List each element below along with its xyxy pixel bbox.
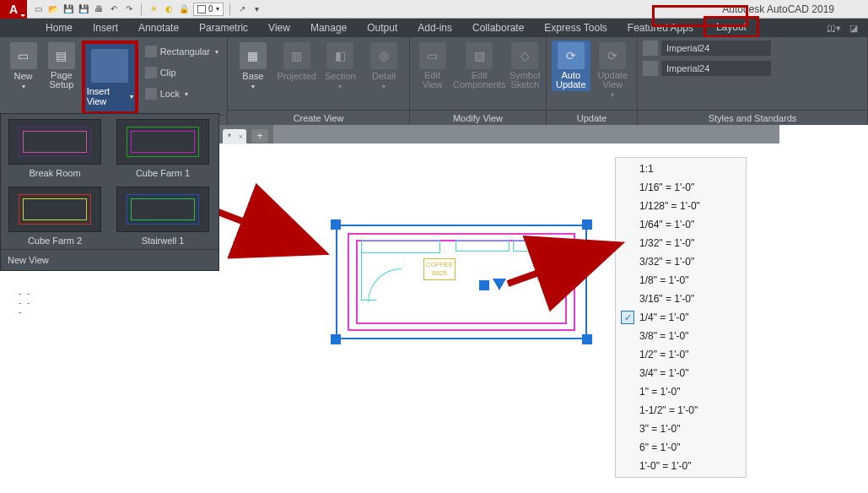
scale-option[interactable]: 1/128" = 1'-0" <box>616 197 746 215</box>
rectangular-icon <box>145 46 157 57</box>
tab-view[interactable]: View <box>258 19 300 37</box>
scale-option[interactable]: 1/64" = 1'-0" <box>616 215 746 234</box>
new-view-button[interactable]: New View <box>1 249 218 270</box>
inserted-viewport[interactable]: COFFEE6025 <box>336 225 587 339</box>
scale-option-label: 1/2" = 1'-0" <box>639 349 689 360</box>
scale-option-label: 1'-0" = 1'-0" <box>639 460 691 472</box>
gallery-thumb <box>116 187 209 232</box>
coffee-callout: COFFEE6025 <box>423 258 456 280</box>
scale-menu: 1:11/16" = 1'-0"1/128" = 1'-0"1/64" = 1'… <box>615 157 747 478</box>
insert-view-gallery: Break RoomCube Farm 1Cube Farm 2Stairwel… <box>0 113 219 271</box>
tab-manage[interactable]: Manage <box>300 19 357 37</box>
scale-option[interactable]: 1:1 <box>616 160 746 178</box>
scale-option[interactable]: 3/32" = 1'-0" <box>616 252 746 271</box>
undo-icon[interactable]: ↶ <box>108 3 120 15</box>
grip-center[interactable] <box>479 280 489 290</box>
tab-featured[interactable]: Featured Apps <box>617 19 704 37</box>
lock-icon[interactable]: 🔒 <box>178 3 190 15</box>
style2-dropdown[interactable]: Imperial24 <box>661 61 771 76</box>
new-button[interactable]: ▭ New▾ <box>5 41 41 90</box>
app-title: Autodesk AutoCAD 2019 <box>722 3 868 15</box>
save-icon[interactable]: 💾 <box>62 3 74 15</box>
tab-minimize-icon[interactable]: ◪ <box>849 23 858 34</box>
scale-option-label: 3/16" = 1'-0" <box>639 293 694 305</box>
scale-option[interactable]: ✓1/4" = 1'-0" <box>616 308 746 327</box>
gallery-item[interactable]: Cube Farm 2 <box>1 181 109 249</box>
detail-button: ◎Detail▾ <box>364 41 404 90</box>
insert-view-button[interactable]: Insert View▾ <box>82 41 138 115</box>
scale-option[interactable]: 6" = 1'-0" <box>616 438 746 457</box>
share-icon[interactable]: ↗ <box>236 3 248 15</box>
tab-collaborate[interactable]: Collaborate <box>462 19 534 37</box>
scale-option[interactable]: 3/4" = 1'-0" <box>616 364 746 382</box>
panel-label-update: Update <box>547 110 637 125</box>
insert-view-icon <box>91 49 128 83</box>
base-icon: ▦ <box>240 42 267 69</box>
add-tab-button[interactable]: + <box>251 129 268 143</box>
grip-top-right[interactable] <box>582 219 592 230</box>
scale-option[interactable]: 1-1/2" = 1'-0" <box>616 401 746 420</box>
section-icon: ◧ <box>326 42 353 69</box>
gallery-item-label: Cube Farm 2 <box>28 236 82 246</box>
update-view-button: ⟳Update View▾ <box>594 41 632 99</box>
scale-option[interactable]: 1'-0" = 1'-0" <box>616 457 746 475</box>
scale-option-label: 1/16" = 1'-0" <box>639 181 694 193</box>
gallery-item[interactable]: Stairwell 1 <box>109 181 217 249</box>
tab-layout[interactable]: Layout <box>704 16 759 38</box>
redo-icon[interactable]: ↷ <box>123 3 135 15</box>
new-icon[interactable]: ▭ <box>32 3 44 15</box>
gallery-item[interactable]: Break Room <box>1 114 109 181</box>
rectangular-button[interactable]: Rectangular▾ <box>142 42 222 61</box>
scale-option[interactable]: 1/32" = 1'-0" <box>616 234 746 252</box>
base-button[interactable]: ▦Base▾ <box>233 41 273 90</box>
lock-button[interactable]: Lock▾ <box>142 84 222 103</box>
projected-icon: ▥ <box>283 42 310 69</box>
gallery-item[interactable]: Cube Farm 1 <box>109 114 217 181</box>
page-setup-button[interactable]: ▤ Page Setup <box>45 41 78 89</box>
panel-label-modify: Modify View <box>410 110 546 125</box>
gallery-thumb <box>8 187 101 232</box>
tab-express[interactable]: Express Tools <box>534 19 617 37</box>
scale-option[interactable]: 1/2" = 1'-0" <box>616 345 746 364</box>
symbol-sketch-button: ◇Symbol Sketch <box>509 41 541 89</box>
auto-update-button[interactable]: ⟳Auto Update <box>552 41 590 91</box>
grip-bottom-right[interactable] <box>582 334 592 344</box>
tab-parametric[interactable]: Parametric <box>189 19 258 37</box>
tab-output[interactable]: Output <box>357 19 407 37</box>
close-tab-icon[interactable]: × <box>239 133 243 141</box>
tab-annotate[interactable]: Annotate <box>128 19 189 37</box>
scale-option[interactable]: 1/8" = 1'-0" <box>616 271 746 290</box>
grip-top-left[interactable] <box>331 219 341 230</box>
clip-button[interactable]: Clip <box>142 63 222 82</box>
ribbon-tabs: Home Insert Annotate Parametric View Man… <box>0 19 868 37</box>
detail-icon: ◎ <box>370 42 397 69</box>
open-icon[interactable]: 📂 <box>47 3 59 15</box>
check-icon: ✓ <box>621 311 634 324</box>
tab-insert[interactable]: Insert <box>83 19 128 37</box>
plot-icon[interactable]: 🖶 <box>93 3 105 15</box>
tab-addins[interactable]: Add-ins <box>407 19 462 37</box>
tab-home[interactable]: Home <box>35 19 83 37</box>
saveas-icon[interactable]: 💾 <box>78 3 89 15</box>
app-logo[interactable]: A <box>0 0 27 19</box>
scale-option[interactable]: 1/16" = 1'-0" <box>616 178 746 197</box>
sun-icon[interactable]: ☀ <box>148 3 159 15</box>
more-icon[interactable]: ▾ <box>251 3 263 15</box>
new-icon: ▭ <box>10 42 37 69</box>
scale-option[interactable]: 3/16" = 1'-0" <box>616 290 746 308</box>
scale-option[interactable]: 1" = 1'-0" <box>616 382 746 401</box>
style1-icon <box>643 41 658 56</box>
grip-scale-arrow[interactable] <box>493 279 506 290</box>
scale-option[interactable]: 3/8" = 1'-0" <box>616 327 746 345</box>
bulb-icon[interactable]: ◐ <box>163 3 175 15</box>
style1-dropdown[interactable]: Imperial24 <box>661 41 771 56</box>
scale-option-label: 1:1 <box>639 163 654 175</box>
scale-option-label: 6" = 1'-0" <box>639 442 681 453</box>
gallery-item-label: Cube Farm 1 <box>136 168 190 178</box>
document-tab[interactable]: *× <box>223 129 246 144</box>
scale-option[interactable]: 3" = 1'-0" <box>616 420 746 438</box>
grip-bottom-left[interactable] <box>331 334 341 344</box>
tab-help-icon[interactable]: 🕮▾ <box>827 23 841 34</box>
style2-icon <box>643 61 658 76</box>
layer-selector[interactable]: 0 ▾ <box>193 3 224 16</box>
